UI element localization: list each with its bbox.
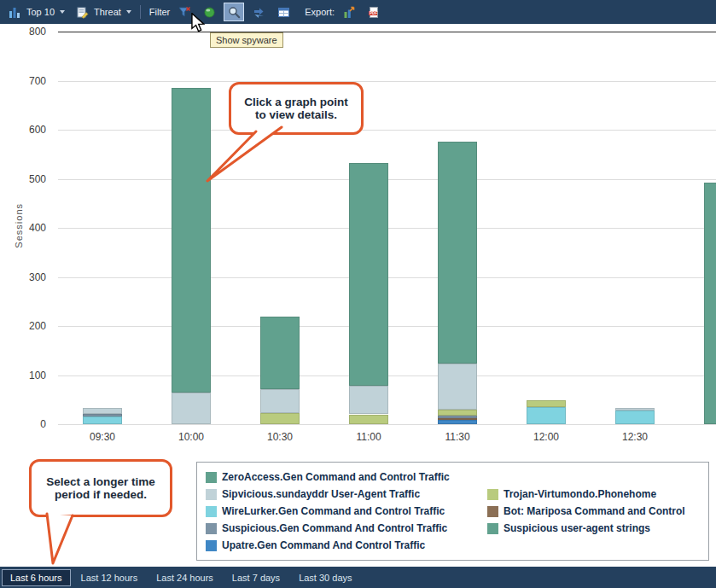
svg-text:PDF: PDF — [370, 11, 377, 15]
bar-segment[interactable] — [349, 415, 388, 425]
tooltip: Show spyware — [210, 32, 283, 48]
bar-segment[interactable] — [527, 407, 566, 424]
legend-row: Upatre.Gen Command And Control Traffic — [206, 537, 700, 554]
bar-segment[interactable] — [172, 393, 211, 424]
bar-segment[interactable] — [438, 142, 477, 363]
sync-arrows-icon — [253, 6, 265, 19]
legend-label: WireLurker.Gen Command and Control Traff… — [222, 505, 445, 517]
time-range-last-12-hours[interactable]: Last 12 hours — [73, 569, 147, 586]
export-pdf-button[interactable]: PDF — [364, 3, 384, 21]
x-tick-label: 12:00 — [521, 431, 572, 443]
y-tick-label: 0 — [0, 418, 46, 430]
bar-segment[interactable] — [349, 163, 388, 387]
y-tick-label: 400 — [0, 222, 46, 234]
top10-menu[interactable]: Top 10 — [26, 7, 65, 17]
time-range-last-7-days[interactable]: Last 7 days — [224, 569, 288, 586]
legend-swatch — [206, 506, 217, 517]
plot-area — [58, 32, 716, 424]
bar-segment[interactable] — [83, 416, 122, 424]
bar-segment[interactable] — [615, 408, 655, 410]
legend-swatch — [206, 472, 217, 483]
filter-label: Filter — [149, 7, 170, 17]
threat-menu-icon — [74, 4, 90, 20]
legend-swatch — [206, 540, 217, 551]
legend-item: Trojan-Virtumondo.Phonehome — [487, 488, 656, 500]
magnifier-icon — [228, 6, 241, 19]
legend-item: WireLurker.Gen Command and Control Traff… — [206, 505, 487, 517]
export-graph-icon — [343, 6, 356, 19]
x-tick-label: 11:00 — [343, 431, 394, 443]
bar-segment[interactable] — [83, 414, 122, 416]
bar-segment[interactable] — [349, 386, 388, 414]
time-range-last-6-hours[interactable]: Last 6 hours — [2, 569, 71, 586]
y-tick-label: 200 — [0, 320, 46, 332]
legend-label: Suspicious.Gen Command And Control Traff… — [222, 522, 447, 534]
table-icon — [277, 6, 290, 19]
legend-swatch — [487, 523, 498, 534]
time-range-last-30-days[interactable]: Last 30 days — [290, 569, 360, 586]
legend-label: Sipvicious.sundayddr User-Agent Traffic — [222, 488, 420, 500]
legend-label: Bot: Mariposa Command and Control — [504, 505, 685, 517]
top10-chart-icon — [7, 4, 22, 20]
bar-segment[interactable] — [438, 418, 477, 420]
filter-funnel-icon — [178, 6, 191, 19]
time-range-last-24-hours[interactable]: Last 24 hours — [148, 569, 222, 586]
legend-item: Upatre.Gen Command And Control Traffic — [206, 539, 487, 551]
bar-segment[interactable] — [615, 410, 655, 424]
show-spyware-button[interactable] — [224, 3, 244, 21]
x-tick-label: 09:30 — [77, 431, 128, 443]
bar-segment[interactable] — [260, 389, 300, 414]
x-tick-label: 11:30 — [432, 431, 483, 443]
time-range-bar: Last 6 hoursLast 12 hoursLast 24 hoursLa… — [0, 567, 716, 588]
bar-segment[interactable] — [438, 364, 477, 410]
bar-segment[interactable] — [527, 400, 566, 406]
gridline — [58, 424, 716, 425]
legend-row: Sipvicious.sundayddr User-Agent TrafficT… — [206, 486, 700, 503]
y-tick-label: 700 — [0, 75, 46, 87]
legend-row: Suspicious.Gen Command And Control Traff… — [206, 520, 700, 537]
legend-label: Upatre.Gen Command And Control Traffic — [222, 539, 425, 551]
threat-label: Threat — [94, 7, 121, 17]
legend-swatch — [487, 506, 498, 517]
show-table-button[interactable] — [273, 3, 294, 21]
legend-swatch — [487, 489, 498, 500]
bar-segment[interactable] — [438, 420, 477, 424]
callout-pointer — [196, 119, 290, 189]
bar-segment[interactable] — [704, 183, 716, 424]
legend: ZeroAccess.Gen Command and Control Traff… — [196, 462, 709, 561]
legend-item: Bot: Mariposa Command and Control — [487, 505, 685, 517]
mouse-cursor-icon — [190, 13, 206, 33]
chevron-down-icon — [126, 10, 131, 14]
top-toolbar: Top 10 Threat Filter — [0, 0, 716, 24]
export-label: Export: — [305, 7, 335, 17]
toolbar-divider — [140, 5, 141, 19]
threat-menu[interactable]: Threat — [94, 7, 131, 17]
sync-button[interactable] — [248, 3, 269, 21]
app-window: Top 10 Threat Filter — [0, 0, 716, 588]
callout-pointer — [34, 509, 94, 568]
gridline — [58, 32, 716, 32]
y-tick-label: 500 — [0, 173, 46, 185]
y-tick-label: 100 — [0, 370, 46, 381]
legend-row: WireLurker.Gen Command and Control Traff… — [206, 503, 700, 520]
x-tick-label: 10:30 — [254, 431, 306, 443]
bar-segment[interactable] — [260, 317, 300, 389]
bar-segment[interactable] — [438, 410, 477, 416]
legend-item: ZeroAccess.Gen Command and Control Traff… — [206, 471, 487, 483]
callout-text: period if needed. — [32, 488, 170, 501]
legend-label: Trojan-Virtumondo.Phonehome — [504, 488, 656, 500]
top10-label: Top 10 — [26, 7, 55, 17]
legend-swatch — [206, 523, 217, 534]
callout-text: Click a graph point — [231, 96, 361, 108]
legend-label: ZeroAccess.Gen Command and Control Traff… — [222, 471, 450, 483]
bar-segment[interactable] — [438, 416, 477, 418]
export-graph-button[interactable] — [339, 3, 359, 21]
y-tick-label: 300 — [0, 271, 46, 283]
bar-segment[interactable] — [83, 408, 122, 414]
legend-item: Suspicious.Gen Command And Control Traff… — [206, 522, 487, 534]
x-tick-label: 10:00 — [166, 431, 217, 443]
legend-item: Suspicious user-agent strings — [487, 522, 650, 534]
y-tick-label: 600 — [0, 124, 46, 136]
bar-segment[interactable] — [260, 413, 300, 424]
gridline — [58, 130, 716, 131]
